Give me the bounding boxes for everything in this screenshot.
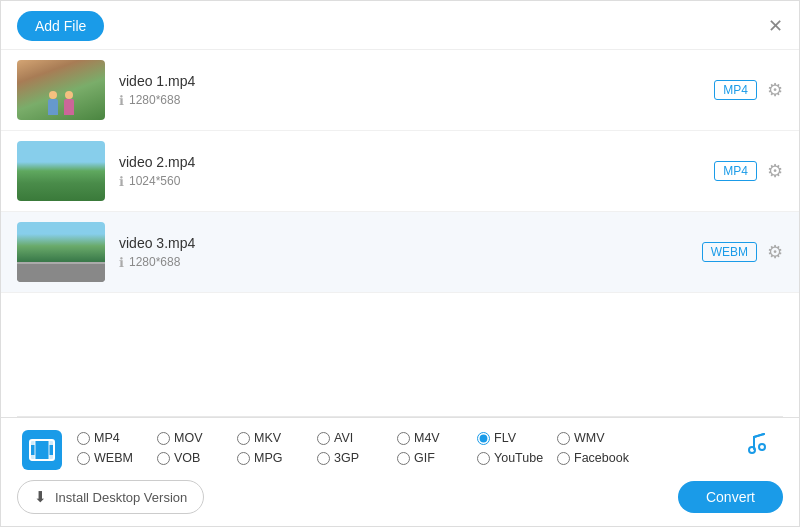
info-icon: ℹ: [119, 174, 124, 189]
format-badge[interactable]: MP4: [714, 161, 757, 181]
svg-point-8: [759, 444, 765, 450]
file-name: video 2.mp4: [119, 154, 714, 170]
file-resolution: 1280*688: [129, 93, 180, 107]
format-row-1: MP4 MOV MKV AVI M4V FLV: [77, 428, 723, 448]
convert-button[interactable]: Convert: [678, 481, 783, 513]
film-icon-area: [17, 430, 67, 470]
format-option-mpg[interactable]: MPG: [237, 448, 317, 468]
format-option-gif[interactable]: GIF: [397, 448, 477, 468]
format-option-mkv[interactable]: MKV: [237, 428, 317, 448]
info-icon: ℹ: [119, 255, 124, 270]
file-meta: ℹ 1024*560: [119, 174, 714, 189]
file-thumbnail: [17, 222, 105, 282]
file-item: video 3.mp4 ℹ 1280*688 WEBM ⚙: [1, 212, 799, 293]
format-option-avi[interactable]: AVI: [317, 428, 397, 448]
format-option-vob[interactable]: VOB: [157, 448, 237, 468]
file-info: video 1.mp4 ℹ 1280*688: [119, 73, 714, 108]
file-item: video 1.mp4 ℹ 1280*688 MP4 ⚙: [1, 50, 799, 131]
format-rows: MP4 MOV MKV AVI M4V FLV: [77, 428, 723, 468]
film-icon: [22, 430, 62, 470]
file-name: video 1.mp4: [119, 73, 714, 89]
file-item: video 2.mp4 ℹ 1024*560 MP4 ⚙: [1, 131, 799, 212]
format-badge[interactable]: MP4: [714, 80, 757, 100]
format-option-3gp[interactable]: 3GP: [317, 448, 397, 468]
music-icon: [742, 428, 774, 467]
file-info: video 3.mp4 ℹ 1280*688: [119, 235, 702, 270]
svg-point-7: [749, 447, 755, 453]
format-option-mov[interactable]: MOV: [157, 428, 237, 448]
close-button[interactable]: ✕: [768, 17, 783, 35]
file-name: video 3.mp4: [119, 235, 702, 251]
file-actions: MP4 ⚙: [714, 160, 783, 182]
format-row-2: WEBM VOB MPG 3GP GIF YouT: [77, 448, 723, 468]
format-option-webm[interactable]: WEBM: [77, 448, 157, 468]
settings-button[interactable]: ⚙: [767, 241, 783, 263]
file-meta: ℹ 1280*688: [119, 255, 702, 270]
format-option-mp4[interactable]: MP4: [77, 428, 157, 448]
install-desktop-button[interactable]: ⬇ Install Desktop Version: [17, 480, 204, 514]
file-thumbnail: [17, 141, 105, 201]
header: Add File ✕: [1, 1, 799, 50]
bottom-bar: ⬇ Install Desktop Version Convert: [1, 470, 799, 526]
file-resolution: 1024*560: [129, 174, 180, 188]
download-icon: ⬇: [34, 488, 47, 506]
file-info: video 2.mp4 ℹ 1024*560: [119, 154, 714, 189]
format-option-wmv[interactable]: WMV: [557, 428, 637, 448]
add-file-button[interactable]: Add File: [17, 11, 104, 41]
file-resolution: 1280*688: [129, 255, 180, 269]
format-badge[interactable]: WEBM: [702, 242, 757, 262]
format-option-m4v[interactable]: M4V: [397, 428, 477, 448]
format-option-youtube[interactable]: YouTube: [477, 448, 557, 468]
app-container: Add File ✕: [0, 0, 800, 527]
settings-button[interactable]: ⚙: [767, 79, 783, 101]
bottom-panel: MP4 MOV MKV AVI M4V FLV: [1, 417, 799, 470]
format-option-facebook[interactable]: Facebook: [557, 448, 637, 468]
file-actions: WEBM ⚙: [702, 241, 783, 263]
file-thumbnail: [17, 60, 105, 120]
file-meta: ℹ 1280*688: [119, 93, 714, 108]
settings-button[interactable]: ⚙: [767, 160, 783, 182]
format-options: MP4 MOV MKV AVI M4V FLV: [17, 428, 783, 470]
file-list: video 1.mp4 ℹ 1280*688 MP4 ⚙ video 2.mp4…: [1, 50, 799, 416]
install-label: Install Desktop Version: [55, 490, 187, 505]
music-icon-area[interactable]: [733, 428, 783, 467]
info-icon: ℹ: [119, 93, 124, 108]
file-actions: MP4 ⚙: [714, 79, 783, 101]
format-option-flv[interactable]: FLV: [477, 428, 557, 448]
